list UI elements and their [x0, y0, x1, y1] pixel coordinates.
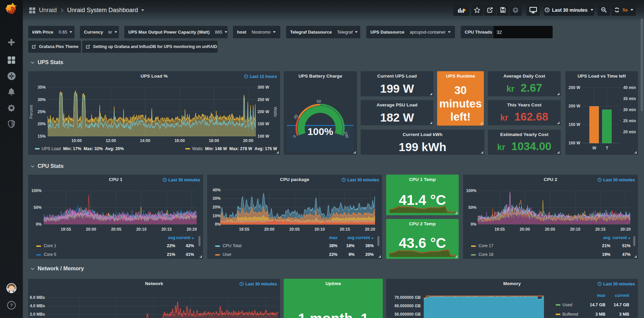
- svg-text:50: 50: [317, 99, 321, 103]
- svg-text:?: ?: [10, 303, 13, 308]
